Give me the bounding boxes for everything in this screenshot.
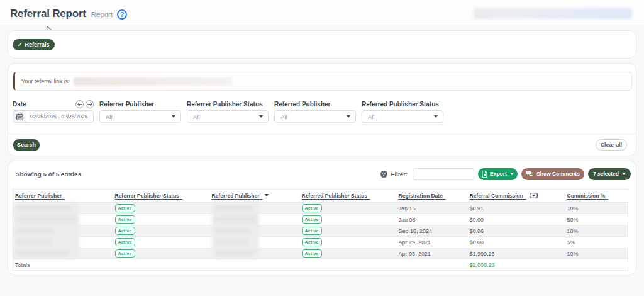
referrer-publisher-label: Referrer Publisher (99, 101, 154, 108)
results-table-wrap: Referrer Publisher Referrer Publisher St… (13, 189, 628, 271)
cash-icon (530, 193, 538, 198)
show-comments-label: Show Comments (536, 171, 580, 177)
clear-all-button[interactable]: Clear all (596, 139, 627, 151)
columns-selected-label: 7 selected (593, 171, 619, 177)
referrer-publisher-select[interactable]: All (99, 110, 181, 123)
referred-publisher-select[interactable]: All (274, 110, 356, 123)
referral-commission-cell: $1,999.26 (468, 248, 565, 259)
table-row: Active Active Apr 05, 2021 $1,999.26 10% (13, 248, 628, 259)
chevron-down-icon (259, 115, 263, 118)
filters-footer: Search Clear all (8, 134, 636, 156)
table-row: Active Active Apr 29, 2021 $0.00 5% (13, 237, 628, 248)
page-title: Referral Report (10, 8, 86, 20)
table-row: Active Active Jan 15 $0.91 10% (13, 203, 628, 214)
table-row: Active Active Jan 08 $0.00 50% (13, 214, 628, 225)
referrals-tab-label: Referrals (25, 42, 50, 48)
status-badge: Active (302, 215, 322, 224)
date-filter-group: Date 02/26/2025 - 02/26/2026 (13, 100, 94, 123)
status-badge: Active (302, 204, 322, 212)
status-badge: Active (115, 249, 135, 258)
chevron-down-icon (510, 173, 514, 175)
chevron-down-icon (434, 115, 438, 118)
referral-link-alert: Your referral link is: (13, 72, 632, 91)
showing-entries-text: Showing 5 of 5 entries (16, 171, 81, 178)
totals-label: Totals (13, 259, 113, 271)
results-toolbar: Showing 5 of 5 entries ? Filter: Export … (8, 166, 636, 181)
col-header-referred-publisher-status[interactable]: Referred Publisher Status (300, 190, 397, 203)
export-label: Export (490, 171, 507, 177)
referral-commission-cell: $0.06 (468, 225, 565, 237)
date-prev-button[interactable] (75, 100, 84, 108)
results-card: Showing 5 of 5 entries ? Filter: Export … (8, 161, 636, 275)
filter-help-icon[interactable]: ? (380, 171, 387, 178)
calendar-icon (13, 111, 26, 122)
filter-input[interactable] (413, 168, 474, 180)
columns-selected-button[interactable]: 7 selected (588, 168, 631, 180)
show-comments-button[interactable]: Show Comments (521, 168, 584, 180)
redacted-referral-link (74, 77, 232, 86)
referred-publisher-filter-group: Referred Publisher All (274, 100, 356, 123)
status-badge: Active (302, 249, 322, 258)
table-header-row: Referrer Publisher Referrer Publisher St… (13, 190, 628, 203)
chevron-down-icon (622, 173, 626, 175)
redacted-header-info (474, 8, 632, 19)
referrer-publisher-status-filter-group: Referrer Publisher Status All (187, 100, 269, 123)
referrer-publisher-status-label: Referrer Publisher Status (187, 101, 263, 108)
arrow-left-icon (77, 102, 82, 106)
comments-icon (526, 171, 533, 177)
commission-pct-cell: 5% (565, 237, 628, 248)
referred-publisher-status-select[interactable]: All (362, 110, 443, 123)
page-title-row: Referral Report Report ? (10, 8, 127, 20)
redacted-referred-names (212, 202, 259, 259)
date-next-button[interactable] (86, 100, 94, 108)
col-header-referrer-publisher[interactable]: Referrer Publisher (13, 190, 113, 203)
chevron-down-icon (347, 115, 350, 118)
referrer-publisher-status-select[interactable]: All (187, 110, 269, 123)
check-icon: ✓ (18, 42, 23, 48)
referrer-publisher-filter-group: Referrer Publisher All (99, 100, 181, 123)
date-label: Date (13, 101, 26, 108)
registration-date-cell: Apr 29, 2021 (397, 237, 468, 248)
export-button[interactable]: Export (478, 168, 518, 180)
col-header-referrer-publisher-status[interactable]: Referrer Publisher Status (113, 190, 210, 203)
registration-date-cell: Jan 15 (397, 203, 468, 214)
table-row: Active Active Sep 18, 2024 $0.06 10% (13, 225, 628, 237)
file-icon (482, 171, 487, 178)
referral-commission-cell: $0.91 (468, 203, 565, 214)
redacted-referrer-names (13, 202, 79, 259)
status-badge: Active (302, 238, 322, 246)
commission-pct-cell: 10% (565, 203, 628, 214)
filter-label: Filter: (391, 171, 408, 178)
filters-card: Your referral link is: Date 02/26/2025 -… (8, 63, 636, 156)
col-header-referral-commission[interactable]: Referral Commission (468, 190, 565, 203)
col-header-referred-publisher[interactable]: Referred Publisher (210, 190, 300, 203)
status-badge: Active (115, 215, 135, 224)
col-header-commission-pct[interactable]: Commission % (565, 190, 628, 203)
status-badge: Active (302, 227, 322, 235)
results-table: Referrer Publisher Referrer Publisher St… (13, 189, 628, 271)
commission-pct-cell: 10% (565, 225, 628, 237)
referral-commission-cell: $0.00 (468, 214, 565, 225)
registration-date-cell: Sep 18, 2024 (397, 225, 468, 237)
sort-desc-icon (265, 194, 269, 196)
referral-link-label: Your referral link is: (21, 78, 70, 84)
page-subtitle: Report (91, 11, 113, 18)
date-range-value: 02/26/2025 - 02/26/2026 (26, 111, 87, 122)
search-button[interactable]: Search (13, 139, 40, 151)
status-badge: Active (115, 204, 135, 212)
referred-publisher-label: Referred Publisher (274, 101, 330, 108)
totals-row: Totals $2,000.23 (13, 259, 628, 271)
referred-publisher-status-filter-group: Referred Publisher Status All (362, 100, 443, 123)
registration-date-cell: Jan 08 (397, 214, 468, 225)
filters-row: Date 02/26/2025 - 02/26/2026 Referrer Pu… (13, 100, 443, 123)
status-badge: Active (115, 227, 135, 235)
commission-pct-cell: 10% (565, 248, 628, 259)
status-badge: Active (115, 238, 135, 246)
chevron-down-icon (172, 115, 175, 118)
help-icon[interactable]: ? (117, 9, 127, 20)
col-header-registration-date[interactable]: Registration Date (397, 190, 468, 203)
referrals-tab-button[interactable]: ✓ Referrals (13, 39, 55, 50)
commission-pct-cell: 50% (565, 214, 628, 225)
date-range-input[interactable]: 02/26/2025 - 02/26/2026 (13, 110, 94, 123)
totals-commission: $2,000.23 (468, 259, 565, 271)
